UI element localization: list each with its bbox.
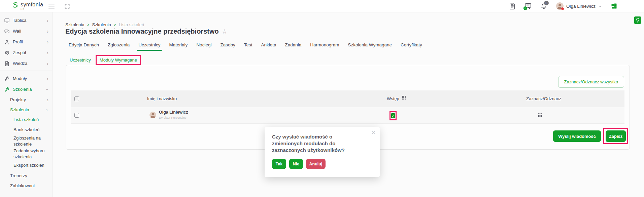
header-checkbox[interactable]: [74, 96, 79, 101]
entry-checkbox-checked[interactable]: ✓: [391, 113, 395, 118]
sidebar-item-profil[interactable]: Profil›: [0, 37, 52, 47]
column-select-grid-icon[interactable]: [402, 95, 406, 100]
row-select-grid-icon[interactable]: [538, 113, 542, 118]
chevron-right-icon: ›: [47, 61, 48, 66]
chevron-down-icon: ›: [45, 109, 50, 111]
sub-tabs: Uczestnicy Moduły Wymagane: [66, 55, 141, 65]
table-header: Imię i nazwisko Wstęp Zaznacz/Odznacz: [71, 90, 624, 107]
chevron-down-icon: ›: [45, 89, 50, 90]
subtab-uczestnicy[interactable]: Uczestnicy: [66, 55, 95, 65]
column-header-wstep: Wstęp: [387, 90, 406, 107]
symfonia-logo: symfonia HR: [13, 2, 43, 10]
breadcrumb-separator: >: [87, 23, 89, 27]
top-bar: symfonia HR ✓ 5 Olga Liniewicz: [0, 0, 644, 12]
tab-harmonogram[interactable]: Harmonogram: [306, 41, 343, 50]
sidebar-item-zadania-wyboru-szkolenia[interactable]: Zadania wyboru szkolenia: [0, 148, 52, 160]
sidebar-item-szkolenia[interactable]: Szkolenia›: [0, 84, 52, 95]
sidebar-item-projekty[interactable]: Projekty›: [0, 95, 52, 105]
document-icon: [4, 61, 10, 67]
chevron-right-icon: ›: [47, 39, 48, 45]
tab-ankieta[interactable]: Ankieta: [257, 41, 280, 50]
chevron-right-icon: ›: [47, 76, 48, 81]
user-menu[interactable]: Olga Liniewicz: [556, 2, 602, 10]
team-icon: [4, 50, 10, 56]
sidebar-item-moduly[interactable]: Moduły›: [0, 73, 52, 84]
confirm-dialog: × Czy wysłać wiadomość o zmienionych mod…: [265, 127, 380, 177]
notification-count-badge: 5: [543, 0, 549, 6]
sidebar-item-eksport-szkolen[interactable]: Eksport szkoleń: [0, 161, 52, 170]
sidebar-item-zgloszenia-na-szkolenie[interactable]: Zgłoszenia na szkolenie: [0, 135, 52, 147]
tab-szkolenia-wymagane[interactable]: Szkolenia Wymagane: [344, 41, 396, 50]
close-icon[interactable]: ×: [371, 129, 375, 136]
save-button[interactable]: Zapisz: [606, 130, 626, 142]
tab-noclegi[interactable]: Noclegi: [192, 41, 216, 50]
hamburger-menu-icon[interactable]: [48, 4, 55, 8]
select-all-button[interactable]: Zaznacz/Odznacz wszystko: [558, 76, 624, 88]
sidebar-item-szkolenia-sub[interactable]: Szkolenia›: [0, 105, 52, 115]
row-user-role: Dyrektor Personalny: [159, 116, 187, 119]
tab-certyfikaty[interactable]: Certyfikaty: [396, 41, 427, 50]
tab-edycja-danych[interactable]: Edycja Danych: [64, 41, 103, 50]
annotation-box-save-button: Zapisz: [603, 128, 628, 144]
main-tabs: Edycja Danych Zgłoszenia Uczestnicy Mate…: [64, 41, 427, 50]
row-avatar: [149, 112, 156, 118]
person-icon: [4, 39, 10, 45]
column-header-name: Imię i nazwisko: [147, 90, 177, 107]
chevron-right-icon: ›: [47, 50, 48, 55]
breadcrumb-lista-szkolen: Lista szkoleń: [119, 22, 144, 27]
sidebar-item-trenerzy[interactable]: Trenerzy: [0, 171, 52, 181]
row-checkbox[interactable]: [74, 113, 79, 118]
notifications-bell-icon[interactable]: 5: [541, 3, 547, 10]
tab-zadania[interactable]: Zadania: [280, 41, 306, 50]
brand-sub-label: HR: [21, 8, 43, 10]
cancel-button[interactable]: Anuluj: [306, 159, 326, 169]
yes-button[interactable]: Tak: [272, 159, 286, 169]
apps-grid-icon[interactable]: [611, 3, 617, 9]
avatar-status-badge: [561, 7, 564, 10]
wall-chat-icon: [4, 29, 10, 34]
sidebar-item-zablokowani[interactable]: Zablokowani: [0, 181, 52, 191]
tab-uczestnicy[interactable]: Uczestnicy: [134, 41, 165, 50]
tab-materialy[interactable]: Materiały: [165, 41, 192, 50]
chat-icon[interactable]: ✓: [524, 3, 532, 9]
sidebar-item-tablica[interactable]: Tablica›: [0, 15, 52, 26]
clipboard-icon[interactable]: [509, 3, 515, 10]
sidebar-divider: [0, 71, 52, 71]
symfonia-s-icon: [13, 2, 18, 8]
sidebar-item-lista-szkolen[interactable]: Lista szkoleń: [0, 115, 52, 124]
tab-zgloszenia[interactable]: Zgłoszenia: [103, 41, 134, 50]
wrench-icon: [4, 87, 10, 92]
user-name: Olga Liniewicz: [566, 4, 596, 9]
wrench-icon: [4, 76, 10, 82]
favorite-star-icon[interactable]: ☆: [222, 28, 227, 35]
brand-name: symfonia: [21, 2, 43, 7]
tab-zasoby[interactable]: Zasoby: [216, 41, 239, 50]
breadcrumb-separator: >: [114, 23, 116, 27]
column-header-zaznacz-odznacz: Zaznacz/Odznacz: [526, 90, 561, 107]
chevron-right-icon: ›: [47, 18, 48, 23]
sidebar-item-zespol[interactable]: Zespół›: [0, 47, 52, 58]
subtab-moduly-wymagane[interactable]: Moduły Wymagane: [96, 55, 141, 65]
fullscreen-icon[interactable]: [64, 3, 70, 9]
sidebar-item-wall[interactable]: Wall›: [0, 26, 52, 37]
avatar: [556, 2, 564, 10]
feedback-lightbulb-icon[interactable]: [634, 16, 641, 24]
breadcrumb-szkolenia-2[interactable]: Szkolenia: [92, 22, 111, 27]
sidebar: Tablica› Wall› Profil› Zespół› Wiedza› M…: [0, 12, 53, 197]
row-user-name: Olga Liniewicz: [159, 110, 188, 115]
breadcrumb-szkolenia-1[interactable]: Szkolenia: [65, 22, 84, 27]
dialog-message: Czy wysłać wiadomość o zmienionych moduł…: [272, 133, 357, 153]
page-title: Edycja szkolenia Innowacyjne przedsiębio…: [65, 28, 219, 35]
chevron-right-icon: ›: [47, 29, 48, 34]
chevron-down-icon: [598, 4, 602, 8]
breadcrumb: Szkolenia > Szkolenia > Lista szkoleń: [65, 22, 144, 27]
tab-test[interactable]: Test: [240, 41, 257, 50]
board-icon: [4, 18, 10, 24]
sidebar-item-wiedza[interactable]: Wiedza›: [0, 58, 52, 69]
chat-check-badge: ✓: [523, 6, 528, 10]
send-message-button[interactable]: Wyślij wiadomość: [553, 130, 601, 142]
no-button[interactable]: Nie: [289, 159, 303, 169]
annotation-box-entry-checkbox: ✓: [389, 111, 397, 120]
table-row: Olga Liniewicz Dyrektor Personalny ✓: [71, 107, 624, 124]
sidebar-item-bank-szkolen[interactable]: Bank szkoleń: [0, 125, 52, 134]
